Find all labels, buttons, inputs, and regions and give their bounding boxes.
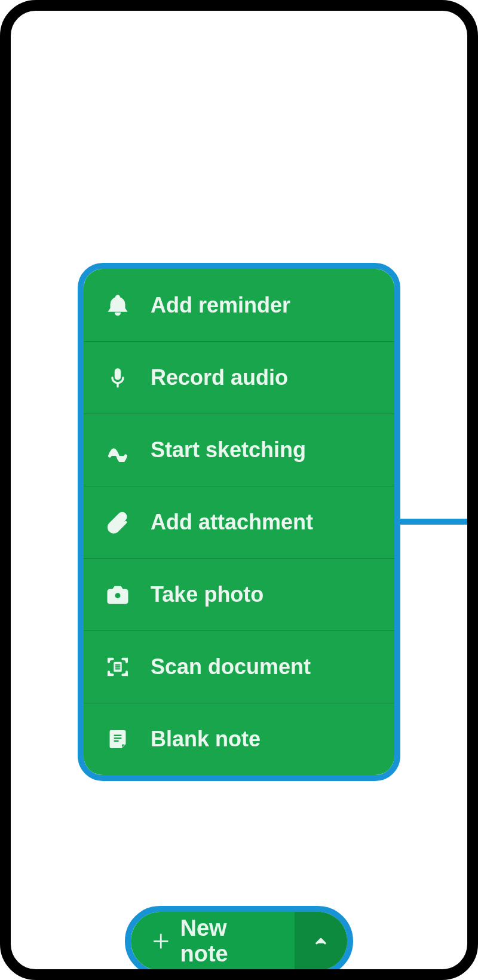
plus-icon [151, 931, 170, 951]
new-note-type-menu: Add reminder Record audio Start sketchin… [78, 263, 400, 781]
svg-point-6 [115, 592, 121, 599]
tutorial-highlight-fab: New note [125, 906, 353, 969]
menu-item-label: Scan document [151, 654, 311, 679]
section-date-label: MARCH 2020 [27, 131, 451, 150]
svg-line-3 [436, 943, 443, 950]
paperclip-icon [104, 509, 131, 536]
menu-item-label: Record audio [151, 365, 288, 390]
menu-item-label: Blank note [151, 727, 261, 752]
menu-item-blank-note[interactable]: Blank note [84, 703, 394, 775]
menu-icon[interactable] [32, 926, 59, 953]
chevron-up-icon [312, 933, 329, 950]
menu-item-add-attachment[interactable]: Add attachment [84, 486, 394, 558]
new-note-expand-button[interactable] [295, 912, 347, 969]
search-icon[interactable] [419, 926, 446, 953]
menu-item-label: Take photo [151, 582, 263, 607]
battery-icon [390, 22, 400, 38]
tutorial-highlight-menu: Add reminder Record audio Start sketchin… [78, 263, 400, 781]
scan-icon [104, 653, 131, 681]
menu-item-label: Add reminder [151, 293, 290, 318]
signal-icon [371, 23, 385, 37]
notes-count: (104) [163, 89, 213, 114]
wifi-icon [350, 23, 366, 37]
note-snippet: Client wants a 2-bedroom provided that i… [27, 210, 278, 258]
app-screen: 12:30 All Notes (104) MARCH 2020 Meeting… [11, 11, 467, 969]
new-note-button[interactable]: New note [131, 915, 295, 967]
menu-item-scan-document[interactable]: Scan document [84, 630, 394, 703]
new-note-fab-container: New note [125, 906, 353, 969]
status-bar: 12:30 [11, 11, 467, 44]
menu-item-add-reminder[interactable]: Add reminder [84, 269, 394, 341]
camera-icon [104, 581, 131, 608]
menu-item-take-photo[interactable]: Take photo [84, 558, 394, 630]
menu-item-start-sketching[interactable]: Start sketching [84, 414, 394, 486]
sketch-icon [104, 436, 131, 464]
menu-item-label: Add attachment [151, 510, 313, 535]
note-icon [104, 725, 131, 753]
new-note-label: New note [180, 915, 276, 967]
note-title: Walk [27, 786, 451, 809]
bell-icon [104, 292, 131, 319]
menu-item-label: Start sketching [151, 437, 306, 463]
microphone-icon [104, 364, 131, 391]
svg-rect-0 [390, 23, 400, 38]
svg-rect-4 [115, 369, 121, 379]
menu-item-record-audio[interactable]: Record audio [84, 341, 394, 414]
page-title: All Notes [27, 81, 154, 116]
status-time: 12:30 [405, 20, 451, 40]
svg-rect-1 [393, 22, 397, 24]
